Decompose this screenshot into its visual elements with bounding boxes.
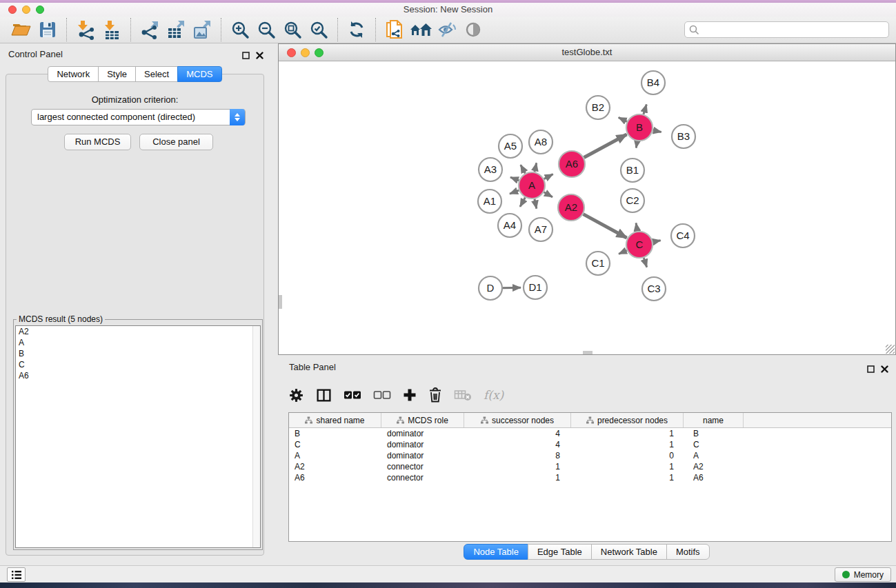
cell[interactable]: A [289, 450, 381, 461]
search-input[interactable] [684, 21, 889, 38]
delete-column-button[interactable] [428, 387, 442, 403]
edge-A2-C[interactable] [584, 214, 627, 238]
edge-A-A3[interactable] [510, 177, 519, 181]
cell[interactable]: dominator [381, 439, 464, 450]
edge-A-A1[interactable] [510, 190, 519, 194]
tab-motifs[interactable]: Motifs [666, 544, 710, 560]
edge-A-A7[interactable] [535, 199, 537, 209]
cell[interactable]: 1 [571, 461, 684, 472]
cell[interactable]: A2 [289, 461, 381, 472]
column-header-successor-nodes[interactable]: successor nodes [464, 413, 571, 427]
tab-mcds[interactable]: MCDS [177, 66, 221, 82]
mcds-result-item[interactable]: A [16, 337, 260, 348]
table-row[interactable]: Bdominator41B [289, 428, 891, 439]
run-mcds-button[interactable]: Run MCDS [64, 134, 131, 150]
cell[interactable]: A6 [684, 472, 744, 483]
memory-button[interactable]: Memory [835, 567, 891, 582]
table-row[interactable]: A2connector11A2 [289, 461, 891, 472]
cell[interactable]: 1 [571, 428, 684, 439]
cell[interactable]: 1 [464, 472, 571, 483]
cell[interactable]: B [684, 428, 744, 439]
tab-network-table[interactable]: Network Table [591, 544, 667, 560]
cell[interactable]: A2 [684, 461, 744, 472]
tab-select[interactable]: Select [135, 66, 178, 82]
unselect-all-columns-button[interactable] [373, 390, 391, 400]
new-network-from-file-button[interactable] [381, 18, 408, 41]
horizontal-scrollbar-thumb[interactable] [583, 351, 593, 354]
edge-A-A4[interactable] [520, 198, 525, 207]
float-panel-icon[interactable] [867, 363, 875, 376]
zoom-fit-button[interactable] [279, 18, 306, 41]
table-row[interactable]: Cdominator41C [289, 439, 891, 450]
cell[interactable]: 1 [571, 472, 684, 483]
cell[interactable]: C [289, 439, 381, 450]
criterion-dropdown[interactable]: largest connected component (directed) [31, 109, 246, 125]
toggle-column-panel-button[interactable] [316, 387, 332, 403]
table-settings-button[interactable] [288, 387, 304, 403]
zoom-network-button[interactable] [315, 48, 323, 57]
edge-B-B4[interactable] [644, 105, 646, 114]
mcds-result-list[interactable]: A2ABCA6 [15, 325, 261, 548]
cell[interactable]: dominator [381, 450, 464, 461]
mcds-result-item[interactable]: C [16, 359, 260, 370]
cell[interactable]: connector [381, 472, 464, 483]
resize-grip[interactable] [886, 345, 895, 354]
edge-B-B1[interactable] [636, 141, 637, 148]
minimize-window-button[interactable] [22, 6, 30, 14]
edge-A-A8[interactable] [535, 163, 537, 172]
network-graph[interactable]: B4B2BB3A8A5A6A3B1AC2A1A2A4A7C4CC1DD1C3 [279, 61, 895, 354]
edge-A-A2[interactable] [544, 192, 552, 197]
tab-node-table[interactable]: Node Table [464, 544, 528, 560]
edge-C-C3[interactable] [644, 258, 646, 267]
export-image-button[interactable] [189, 18, 215, 41]
task-history-button[interactable] [7, 567, 26, 582]
edge-A6-B[interactable] [584, 134, 627, 157]
network-canvas[interactable]: B4B2BB3A8A5A6A3B1AC2A1A2A4A7C4CC1DD1C3 [279, 61, 895, 354]
close-panel-button[interactable]: Close panel [139, 134, 213, 150]
cell[interactable]: B [289, 428, 381, 439]
tab-style[interactable]: Style [98, 66, 136, 82]
cell[interactable]: dominator [381, 428, 464, 439]
edge-C-C4[interactable] [653, 241, 661, 242]
scrollbar-track[interactable] [252, 326, 260, 547]
edge-C-C2[interactable] [636, 223, 637, 232]
column-header-name[interactable]: name [684, 413, 744, 427]
hide-graphics-details-button[interactable] [434, 18, 460, 41]
cell[interactable]: 0 [571, 450, 684, 461]
cell[interactable]: 4 [464, 428, 571, 439]
cell[interactable]: connector [381, 461, 464, 472]
cell[interactable]: A [684, 450, 744, 461]
save-session-button[interactable] [34, 18, 61, 41]
column-header-predecessor-nodes[interactable]: predecessor nodes [571, 413, 684, 427]
node-table[interactable]: shared nameMCDS rolesuccessor nodesprede… [288, 412, 892, 542]
home-button[interactable] [408, 18, 434, 41]
column-header-shared-name[interactable]: shared name [289, 413, 381, 427]
tab-network[interactable]: Network [48, 66, 99, 82]
close-window-button[interactable] [8, 6, 17, 14]
cell[interactable]: 1 [464, 461, 571, 472]
cell[interactable]: 1 [571, 439, 684, 450]
close-panel-icon[interactable] [881, 363, 888, 376]
create-column-button[interactable] [403, 388, 417, 402]
close-panel-icon[interactable] [256, 50, 263, 62]
minimize-network-button[interactable] [301, 48, 310, 57]
table-row[interactable]: A6connector11A6 [289, 472, 891, 483]
cell[interactable]: 4 [464, 439, 571, 450]
select-all-columns-button[interactable] [344, 390, 361, 400]
zoom-window-button[interactable] [36, 6, 44, 14]
zoom-out-button[interactable] [253, 18, 279, 41]
table-row[interactable]: Adominator80A [289, 450, 891, 461]
cell[interactable]: 8 [464, 450, 571, 461]
show-graphics-details-button[interactable] [460, 18, 486, 41]
import-table-button[interactable] [99, 18, 125, 41]
edge-B-B2[interactable] [619, 117, 627, 121]
mcds-result-item[interactable]: A6 [16, 370, 260, 381]
mcds-result-item[interactable]: B [16, 348, 260, 359]
export-table-button[interactable] [163, 18, 189, 41]
edge-A-A6[interactable] [544, 174, 553, 179]
open-session-button[interactable] [8, 18, 34, 41]
refresh-button[interactable] [344, 18, 370, 41]
zoom-in-button[interactable] [227, 18, 253, 41]
edge-B-B3[interactable] [653, 130, 661, 132]
vertical-scrollbar-thumb[interactable] [279, 295, 282, 309]
